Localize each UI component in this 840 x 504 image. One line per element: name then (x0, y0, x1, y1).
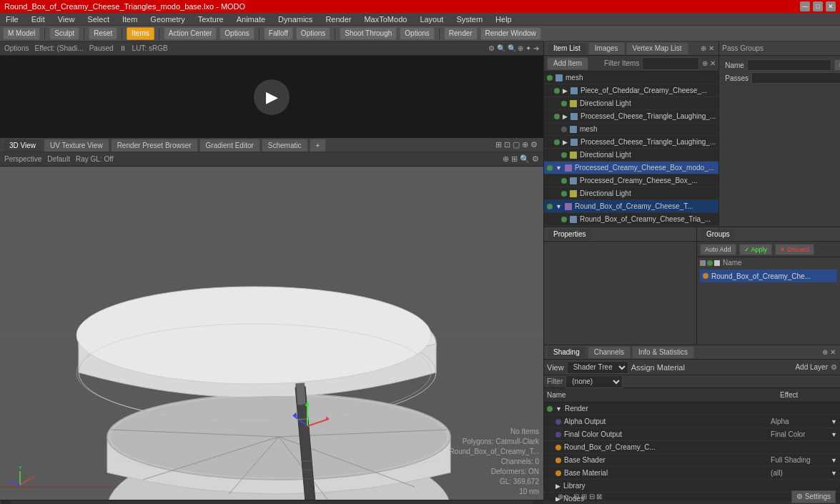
settings-button[interactable]: ⚙ Settings (791, 490, 836, 503)
menu-layout[interactable]: Layout (417, 15, 446, 24)
add-item-button[interactable]: Add Item (547, 57, 588, 70)
menu-dynamics[interactable]: Dynamics (275, 15, 315, 24)
list-item[interactable]: ▶ Piece_of_Cheddar_Creamy_Cheese_... (544, 84, 718, 97)
render-canvas[interactable]: ▶ (0, 56, 543, 138)
item-light-icon (570, 152, 577, 159)
pass-name-label: Name (725, 61, 744, 69)
item-visibility-toggle[interactable] (561, 217, 567, 222)
tab-info-stats[interactable]: Info & Statistics (632, 346, 694, 359)
list-item[interactable]: ▶ Processed_Cheese_Triangle_Laughing_... (544, 136, 718, 149)
item-visibility-toggle[interactable] (561, 127, 567, 132)
list-item[interactable]: Directional Light (544, 149, 718, 162)
viewport-canvas[interactable]: X Y Z No Items Polygons: Catmull-Clark R… (0, 167, 543, 500)
default-label[interactable]: Default (47, 155, 70, 163)
item-visibility-toggle[interactable] (547, 165, 553, 171)
list-item[interactable]: ▶ Processed_Cheese_Triangle_Laughing_... (544, 110, 718, 123)
list-item[interactable]: mesh (544, 71, 718, 84)
discard-button[interactable]: ✕ Discard (775, 244, 814, 255)
timeline-track[interactable]: 0 40 80 120 160 200 229 (0, 500, 543, 504)
options3-button[interactable]: Options (400, 27, 434, 40)
menu-file[interactable]: File (3, 15, 21, 24)
group-item[interactable]: Round_Box_of_Creamy_Che... (700, 270, 837, 282)
menu-help[interactable]: Help (493, 15, 515, 24)
items-button[interactable]: Items (127, 27, 154, 40)
list-item[interactable]: Processed_Creamy_Cheese_Box_... (544, 174, 718, 187)
item-visibility-toggle[interactable] (547, 75, 553, 81)
menu-item[interactable]: Item (119, 15, 140, 24)
tab-channels[interactable]: Channels (588, 346, 631, 359)
pass-name-input[interactable] (747, 59, 831, 71)
shading-view-label[interactable]: View (547, 363, 564, 372)
perspective-label[interactable]: Perspective (4, 155, 41, 163)
auto-add-button[interactable]: Auto Add (700, 244, 736, 255)
shader-row-render[interactable]: ▼ Render (544, 402, 840, 415)
pass-new-button[interactable]: New (834, 59, 840, 71)
mode-sculpt-button[interactable]: Sculpt (49, 27, 79, 40)
list-item[interactable]: ▼ Processed_Creamy_Cheese_Box_modo_... (544, 162, 718, 174)
menu-maxtomodo[interactable]: MaxToModo (361, 15, 410, 24)
pass-passes-input[interactable] (751, 72, 840, 84)
reset-button[interactable]: Reset (89, 27, 117, 40)
tab-gradient[interactable]: Gradient Editor (199, 139, 260, 152)
menu-texture[interactable]: Texture (195, 15, 227, 24)
list-item[interactable]: Directional Light (544, 97, 718, 110)
list-item[interactable]: mesh (544, 123, 718, 136)
list-item[interactable]: Directional Light (544, 187, 718, 200)
item-visibility-toggle[interactable] (554, 88, 560, 94)
falloff-button[interactable]: Falloff (264, 27, 293, 40)
play-button[interactable]: ▶ (254, 79, 290, 115)
item-visibility-toggle[interactable] (561, 178, 567, 184)
shading-assign-label[interactable]: Assign Material (631, 363, 685, 372)
shader-row-final-color[interactable]: Final Color Output Final Color ▼ (544, 428, 840, 441)
mode-model-button[interactable]: M Model (3, 27, 40, 40)
action-center-button[interactable]: Action Center (164, 27, 217, 40)
menu-view[interactable]: View (55, 15, 78, 24)
menu-geometry[interactable]: Geometry (147, 15, 187, 24)
tab-render-browser[interactable]: Render Preset Browser (111, 139, 198, 152)
render-window-button[interactable]: Render Window (480, 27, 541, 40)
ray-gl-label[interactable]: Ray GL: Off (76, 155, 114, 163)
tab-shading[interactable]: Shading (547, 346, 586, 359)
tab-images[interactable]: Images (588, 42, 625, 55)
menu-render[interactable]: Render (322, 15, 354, 24)
item-visibility-toggle[interactable] (547, 204, 553, 209)
options1-button[interactable]: Options (219, 27, 254, 40)
minimize-button[interactable]: — (800, 1, 810, 11)
shader-row-round-box[interactable]: Round_Box_of_Creamy_C... (544, 441, 840, 454)
tab-groups[interactable]: Groups (700, 228, 736, 241)
tab-3dview[interactable]: 3D View (3, 139, 42, 152)
shader-row-alpha[interactable]: Alpha Output Alpha ▼ (544, 415, 840, 428)
options2-button[interactable]: Options (296, 27, 330, 40)
tab-vertex-map[interactable]: Vertex Map List (626, 42, 688, 55)
item-visibility-toggle[interactable] (554, 139, 560, 145)
timeline-bar[interactable]: 0 40 80 120 160 200 229 (0, 500, 543, 504)
menu-edit[interactable]: Edit (29, 15, 48, 24)
filter-select[interactable]: (none) (565, 375, 623, 388)
shoot-through-button[interactable]: Shoot Through (340, 27, 397, 40)
render-button[interactable]: Render (444, 27, 478, 40)
shader-row-base-material[interactable]: Base Material (all) ▼ (544, 467, 840, 480)
tab-item-list[interactable]: Item List (547, 42, 587, 55)
apply-button[interactable]: ✓ Apply (739, 244, 773, 255)
shading-add-layer[interactable]: Add Layer (795, 363, 828, 371)
shading-tabs: Shading Channels Info & Statistics ⊕ ✕ (544, 345, 840, 360)
menu-select[interactable]: Select (84, 15, 112, 24)
filter-input[interactable] (642, 57, 699, 70)
tab-schematic[interactable]: Schematic (262, 139, 308, 152)
render-options-label[interactable]: Options (4, 44, 29, 52)
item-visibility-toggle[interactable] (554, 114, 560, 119)
menu-system[interactable]: System (453, 15, 485, 24)
tab-add[interactable]: + (310, 139, 327, 152)
item-visibility-toggle[interactable] (561, 101, 567, 107)
shader-tree-select[interactable]: Shader Tree (567, 361, 628, 374)
close-button[interactable]: ✕ (826, 1, 836, 11)
menu-animate[interactable]: Animate (234, 15, 268, 24)
maximize-button[interactable]: □ (813, 1, 823, 11)
item-visibility-toggle[interactable] (561, 152, 567, 158)
list-item[interactable]: Round_Box_of_Creamy_Cheese_Tria_... (544, 213, 718, 226)
tab-uv[interactable]: UV Texture View (44, 139, 109, 152)
shader-row-base-shader[interactable]: Base Shader Full Shading ▼ (544, 454, 840, 467)
item-visibility-toggle[interactable] (561, 191, 567, 197)
list-item[interactable]: ▼ Round_Box_of_Creamy_Cheese_T... (544, 200, 718, 213)
tab-properties[interactable]: Properties (547, 228, 593, 241)
